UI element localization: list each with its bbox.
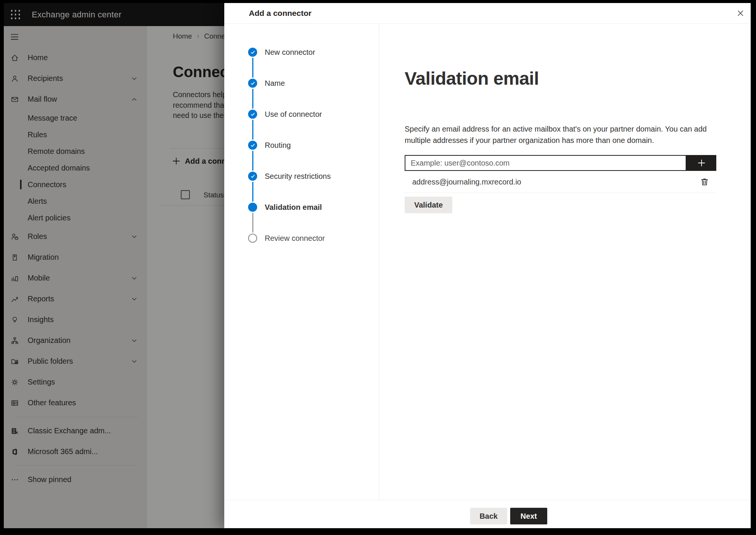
step-label: Routing bbox=[265, 141, 291, 150]
step-description-line: Specify an email address for an active m… bbox=[405, 123, 707, 135]
back-button[interactable]: Back bbox=[470, 508, 507, 524]
step-security-restrictions: Security restrictions bbox=[248, 172, 331, 181]
step-circle bbox=[248, 141, 257, 150]
step-connector-line bbox=[252, 213, 253, 233]
step-label: Validation email bbox=[265, 203, 322, 212]
step-circle bbox=[248, 172, 257, 181]
validate-button[interactable]: Validate bbox=[405, 197, 452, 213]
step-new-connector: New connector bbox=[248, 48, 315, 57]
screen: Exchange admin center Home Recipients Ma… bbox=[4, 3, 751, 528]
modal-header: Add a connector bbox=[224, 3, 751, 24]
step-circle bbox=[248, 48, 257, 57]
divider bbox=[405, 192, 716, 193]
address-text: address@journaling.mxrecord.io bbox=[412, 178, 521, 186]
step-circle bbox=[248, 110, 257, 119]
next-button[interactable]: Next bbox=[510, 508, 547, 524]
step-heading: Validation email bbox=[405, 68, 539, 89]
step-connector-line bbox=[252, 89, 253, 109]
wizard-stepper: New connector Name Use of connector Rout… bbox=[224, 24, 379, 500]
trash-icon bbox=[700, 177, 709, 187]
step-label: Use of connector bbox=[265, 110, 322, 119]
step-connector-line bbox=[252, 182, 253, 202]
step-review-connector: Review connector bbox=[248, 234, 325, 243]
step-label: New connector bbox=[265, 48, 315, 57]
close-button[interactable] bbox=[735, 8, 746, 19]
email-address-input[interactable] bbox=[405, 155, 686, 171]
step-name: Name bbox=[248, 79, 285, 88]
delete-address-button[interactable] bbox=[699, 177, 710, 187]
step-circle bbox=[248, 79, 257, 88]
address-row: address@journaling.mxrecord.io bbox=[405, 172, 716, 192]
step-use-of-connector: Use of connector bbox=[248, 110, 322, 119]
step-validation-email: Validation email bbox=[248, 203, 322, 212]
step-label: Security restrictions bbox=[265, 172, 331, 181]
plus-icon bbox=[697, 158, 706, 167]
step-label: Review connector bbox=[265, 234, 325, 243]
modal-title: Add a connector bbox=[249, 9, 312, 18]
step-connector-line bbox=[252, 120, 253, 140]
close-icon bbox=[736, 9, 745, 17]
step-label: Name bbox=[265, 79, 285, 88]
modal-footer: Back Next bbox=[224, 500, 751, 528]
step-description: Specify an email address for an active m… bbox=[405, 123, 707, 146]
step-routing: Routing bbox=[248, 141, 291, 150]
add-connector-modal: Add a connector New connector Name Use o… bbox=[224, 3, 751, 528]
step-circle bbox=[248, 234, 257, 243]
add-address-button[interactable] bbox=[686, 155, 716, 171]
validation-email-panel: Validation email Specify an email addres… bbox=[379, 24, 751, 500]
step-connector-line bbox=[252, 151, 253, 171]
step-connector-line bbox=[252, 58, 253, 78]
step-description-line: multiple addresses if your partner organ… bbox=[405, 135, 707, 146]
step-circle bbox=[248, 203, 257, 212]
